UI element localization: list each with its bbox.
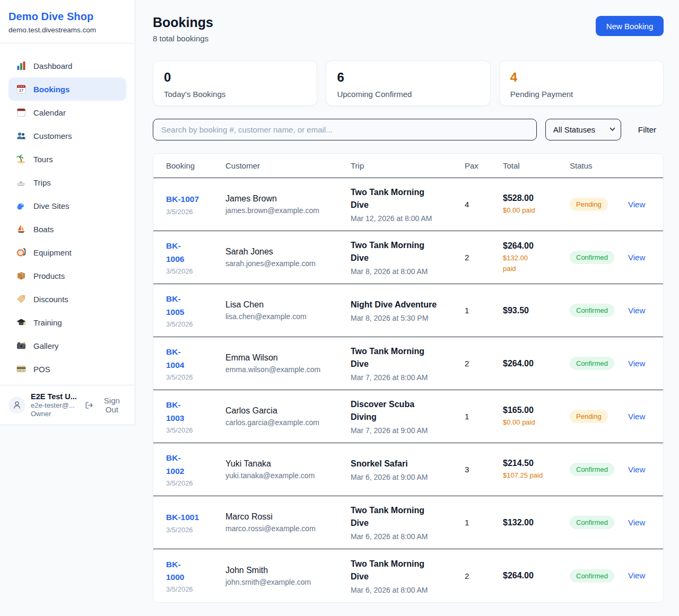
trip-datetime: Mar 7, 2026 at 9:00 AM	[351, 426, 459, 435]
booking-date: 3/5/2026	[166, 320, 220, 328]
view-link[interactable]: View	[628, 359, 645, 368]
customer-email: john.smith@example.com	[225, 578, 345, 586]
view-link[interactable]: View	[628, 571, 645, 580]
total-amount: $264.00	[503, 359, 564, 368]
customer-name: Marco Rossi	[225, 512, 345, 522]
table-header-row: Booking Customer Trip Pax Total Status	[153, 154, 663, 178]
sign-out-button[interactable]: Sign Out	[85, 396, 126, 414]
status-badge: Confirmed	[570, 251, 614, 264]
table-body: BK-1007 3/5/2026 James Brown james.brown…	[153, 178, 663, 602]
users-icon	[16, 130, 27, 141]
sidebar-item-dashboard[interactable]: Dashboard	[8, 54, 126, 77]
stat-card-upcoming-confirmed: 6 Upcoming Confirmed	[326, 60, 490, 106]
toolbar: All Statuses Filter	[153, 119, 664, 140]
sidebar-nav: Dashboard 17 Bookings Calendar Customers…	[0, 43, 135, 385]
booking-id-link[interactable]: BK-1004	[166, 346, 184, 371]
booking-id-link[interactable]: BK-1002	[166, 452, 184, 477]
brand-name: Demo Dive Shop	[8, 11, 126, 23]
column-header-booking: Booking	[166, 161, 225, 170]
user-role: Owner	[31, 410, 79, 418]
sidebar-item-boats[interactable]: Boats	[8, 217, 126, 241]
sidebar-item-gallery[interactable]: Gallery	[8, 334, 126, 357]
table-row: BK-1004 3/5/2026 Emma Wilson emma.wilson…	[153, 337, 663, 390]
diving-mask-icon	[16, 247, 27, 258]
sidebar-item-customers[interactable]: Customers	[8, 124, 126, 147]
booking-date: 3/5/2026	[166, 267, 220, 275]
shop-domain: demo.test.divestreams.com	[8, 26, 126, 34]
booking-id-link[interactable]: BK-1000	[166, 558, 184, 584]
filter-button[interactable]: Filter	[630, 125, 664, 135]
sidebar-item-bookings[interactable]: 17 Bookings	[8, 77, 126, 101]
table-row: BK-1003 3/5/2026 Carlos Garcia carlos.ga…	[153, 390, 663, 443]
sidebar-item-tours[interactable]: Tours	[8, 147, 126, 171]
sidebar-item-calendar[interactable]: Calendar	[8, 101, 126, 124]
status-filter-select[interactable]: All Statuses	[545, 119, 621, 140]
user-section: E2E Test U... e2e-tester@... Owner Sign …	[0, 385, 135, 425]
pax-count: 1	[465, 518, 503, 527]
table-row: BK-1001 3/5/2026 Marco Rossi marco.rossi…	[153, 496, 663, 549]
user-info: E2E Test U... e2e-tester@... Owner	[31, 392, 79, 418]
status-badge: Confirmed	[570, 357, 614, 370]
new-booking-button[interactable]: New Booking	[596, 16, 664, 36]
total-amount: $264.00	[503, 241, 564, 251]
sidebar-item-trips[interactable]: Trips	[8, 171, 126, 194]
booking-id-link[interactable]: BK-1007	[166, 193, 199, 206]
sidebar-item-products[interactable]: Products	[8, 264, 126, 287]
booking-id-link[interactable]: BK-1003	[166, 399, 184, 424]
stat-value: 4	[510, 71, 652, 84]
column-header-trip: Trip	[351, 161, 465, 170]
trip-datetime: Mar 8, 2026 at 8:00 AM	[351, 267, 459, 276]
bookings-table: Booking Customer Trip Pax Total Status B…	[153, 153, 664, 603]
total-amount: $132.00	[503, 518, 564, 527]
sidebar-header: Demo Dive Shop demo.test.divestreams.com	[0, 0, 135, 43]
stats-row: 0 Today's Bookings 6 Upcoming Confirmed …	[153, 60, 664, 106]
column-header-status: Status	[570, 161, 628, 170]
paid-amount: $107.25 paid	[503, 470, 564, 481]
sidebar-item-dive-sites[interactable]: Dive Sites	[8, 194, 126, 217]
table-row: BK-1005 3/5/2026 Lisa Chen lisa.chen@exa…	[153, 284, 663, 337]
graduation-cap-icon	[16, 317, 27, 328]
view-link[interactable]: View	[628, 253, 645, 262]
trip-datetime: Mar 6, 2026 at 9:00 AM	[351, 473, 459, 481]
paid-amount: $0.00 paid	[503, 205, 564, 216]
stat-label: Upcoming Confirmed	[337, 90, 479, 99]
package-icon	[16, 270, 27, 281]
booking-id-link[interactable]: BK-1006	[166, 240, 184, 265]
customer-email: marco.rossi@example.com	[225, 524, 345, 533]
bar-chart-icon	[16, 60, 27, 71]
pax-count: 2	[465, 571, 503, 580]
sidebar-item-discounts[interactable]: Discounts	[8, 287, 126, 311]
stat-card-todays-bookings: 0 Today's Bookings	[153, 60, 317, 106]
sidebar-item-pos[interactable]: POS	[8, 357, 126, 381]
view-link[interactable]: View	[628, 200, 645, 209]
view-link[interactable]: View	[628, 465, 645, 474]
trip-name: Two Tank MorningDive	[351, 239, 459, 265]
customer-email: yuki.tanaka@example.com	[225, 471, 345, 480]
sidebar-item-training[interactable]: Training	[8, 311, 126, 334]
view-link[interactable]: View	[628, 518, 645, 527]
svg-text:17: 17	[19, 88, 23, 93]
booking-id-link[interactable]: BK-1001	[166, 511, 199, 524]
app-window: Demo Dive Shop demo.test.divestreams.com…	[0, 0, 679, 603]
view-link[interactable]: View	[628, 306, 645, 315]
table-row: BK-1000 3/5/2026 John Smith john.smith@e…	[153, 549, 663, 602]
booking-id-link[interactable]: BK-1005	[166, 293, 184, 318]
wave-icon	[16, 200, 27, 211]
trip-name: Two Tank MorningDive	[351, 345, 459, 371]
sidebar-item-equipment[interactable]: Equipment	[8, 241, 126, 264]
calendar-pad-icon	[16, 107, 27, 118]
trip-name: Discover ScubaDiving	[351, 398, 459, 424]
sidebar: Demo Dive Shop demo.test.divestreams.com…	[0, 0, 135, 425]
trip-datetime: Mar 6, 2026 at 8:00 AM	[351, 586, 459, 594]
customer-name: James Brown	[225, 194, 345, 204]
status-badge: Confirmed	[570, 463, 614, 476]
total-amount: $528.00	[503, 193, 564, 203]
search-input[interactable]	[153, 119, 537, 140]
view-link[interactable]: View	[628, 412, 645, 421]
paid-amount: $0.00 paid	[503, 417, 564, 428]
status-badge: Confirmed	[570, 516, 614, 529]
pax-count: 4	[465, 200, 503, 209]
total-bookings-count: 8 total bookings	[153, 34, 213, 43]
status-badge: Confirmed	[570, 304, 614, 317]
user-name: E2E Test U...	[31, 392, 79, 401]
